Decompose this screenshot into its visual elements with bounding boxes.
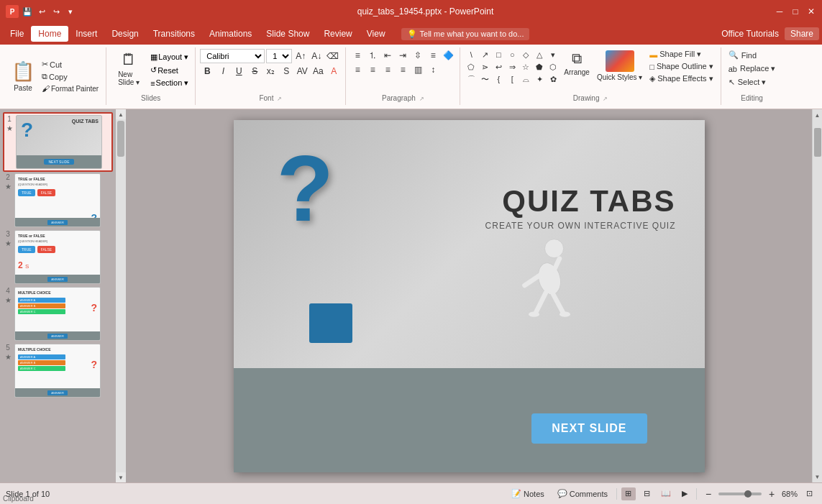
decrease-indent-button[interactable]: ⇤	[380, 49, 395, 62]
shape-rect[interactable]: □	[492, 49, 505, 60]
layout-button[interactable]: ▦ Layout ▾	[148, 52, 191, 63]
drawing-expand-icon[interactable]: ↗	[603, 96, 608, 102]
new-slide-button[interactable]: 🗒 NewSlide ▾	[111, 49, 147, 88]
shape-star[interactable]: ☆	[519, 61, 532, 73]
shape-hexagon[interactable]: ⬡	[547, 61, 560, 73]
justify-button[interactable]: ≡	[396, 63, 410, 76]
subscript-button[interactable]: x₂	[263, 65, 278, 78]
zoom-out-button[interactable]: −	[701, 487, 716, 500]
view-reading-button[interactable]: 📖	[659, 487, 673, 500]
copy-button[interactable]: ⧉ Copy	[39, 71, 101, 82]
font-color-button[interactable]: A	[326, 65, 341, 78]
columns-button[interactable]: ▥	[411, 63, 425, 76]
shape-pentagon[interactable]: ⬠	[465, 61, 478, 73]
italic-button[interactable]: I	[216, 65, 230, 78]
menu-design[interactable]: Design	[104, 26, 145, 42]
window-maximize-button[interactable]: □	[790, 6, 800, 17]
align-text-button[interactable]: ≡	[426, 49, 440, 62]
notes-button[interactable]: 📝 Notes	[507, 487, 549, 500]
zoom-slider[interactable]	[718, 492, 762, 495]
font-name-select[interactable]: Calibri	[200, 49, 265, 63]
paste-button[interactable]: 📋 Paste	[7, 49, 39, 104]
menu-slideshow[interactable]: Slide Show	[259, 26, 316, 42]
font-size-select[interactable]: 18	[266, 49, 292, 63]
shape-line[interactable]: \	[465, 49, 478, 60]
menu-file[interactable]: File	[3, 26, 31, 42]
select-button[interactable]: ↖ Select ▾	[726, 76, 779, 88]
align-center-button[interactable]: ≡	[365, 63, 380, 76]
menu-transitions[interactable]: Transitions	[146, 26, 202, 42]
window-close-button[interactable]: ✕	[806, 6, 816, 17]
shape-more[interactable]: ▾	[547, 49, 560, 60]
clear-format-button[interactable]: ⌫	[325, 50, 339, 63]
right-scrollbar-down[interactable]: ▼	[813, 471, 823, 482]
shape-fill-button[interactable]: ▬ Shape Fill ▾	[647, 49, 716, 60]
format-painter-button[interactable]: 🖌 Format Painter	[39, 83, 101, 93]
char-spacing-button[interactable]: AV	[295, 65, 309, 78]
shape-arrow[interactable]: ↗	[478, 49, 491, 60]
align-right-button[interactable]: ≡	[380, 63, 395, 76]
align-left-button[interactable]: ≡	[350, 63, 365, 76]
shape-circle[interactable]: ○	[506, 49, 519, 60]
line-spacing-button[interactable]: ↕	[426, 63, 440, 76]
view-slideshow-button[interactable]: ▶	[677, 487, 692, 500]
shape-pentagon2[interactable]: ⬟	[533, 61, 546, 73]
slide-thumb-5[interactable]: 5 ★ MULTIPLE CHOICE ANSWER A ANSWER B AN…	[3, 342, 113, 399]
undo-qat-button[interactable]: ↩	[36, 6, 47, 17]
comments-button[interactable]: 💬 Comments	[553, 487, 612, 500]
shape-brace-l[interactable]: {	[492, 73, 505, 85]
text-direction-button[interactable]: ⇳	[411, 49, 425, 62]
slide-thumb-4[interactable]: 4 ★ MULTIPLE CHOICE ANSWER A ANSWER B AN…	[3, 285, 113, 342]
panel-scroll-down[interactable]: ▼	[116, 472, 126, 482]
fit-window-button[interactable]: ⊡	[802, 487, 816, 500]
shape-bracket[interactable]: [	[506, 73, 519, 85]
save-qat-button[interactable]: 💾	[22, 6, 33, 17]
zoom-in-button[interactable]: +	[764, 487, 779, 500]
shape-chevron[interactable]: ⋗	[478, 61, 491, 73]
menu-home[interactable]: Home	[31, 26, 68, 42]
cut-button[interactable]: ✂ Cut	[39, 59, 101, 70]
redo-qat-button[interactable]: ↪	[50, 6, 62, 17]
smartart-button[interactable]: 🔷	[441, 49, 455, 62]
shape-curve-arrow[interactable]: ↩	[492, 61, 505, 73]
quick-styles-button[interactable]: Quick Styles ▾	[594, 49, 645, 83]
view-normal-button[interactable]: ⊞	[621, 487, 636, 500]
shape-outline-button[interactable]: □ Shape Outline ▾	[647, 61, 716, 72]
customize-qat-button[interactable]: ▾	[65, 6, 76, 17]
replace-button[interactable]: ab Replace ▾	[726, 63, 779, 75]
menu-view[interactable]: View	[360, 26, 393, 42]
panel-scroll-up[interactable]: ▲	[116, 109, 126, 119]
view-sorter-button[interactable]: ⊟	[640, 487, 654, 500]
menu-insert[interactable]: Insert	[68, 26, 104, 42]
font-decrease-button[interactable]: A↓	[309, 50, 324, 63]
underline-button[interactable]: U	[232, 65, 246, 78]
reset-button[interactable]: ↺ Reset	[148, 65, 191, 75]
window-minimize-button[interactable]: ─	[775, 6, 785, 17]
share-button[interactable]: Share	[785, 27, 819, 40]
slide-thumb-2[interactable]: 2 ★ TRUE or FALSE (QUESTION HEADER) TRUE…	[3, 172, 113, 229]
tell-me-bar[interactable]: 💡 Tell me what you want to do...	[401, 28, 530, 40]
shape-block-arrow[interactable]: ⇒	[506, 61, 519, 73]
numbering-button[interactable]: ⒈	[365, 49, 380, 62]
zoom-level[interactable]: 68%	[782, 490, 798, 498]
menu-animations[interactable]: Animations	[202, 26, 259, 42]
shape-triangle[interactable]: △	[533, 49, 546, 60]
font-expand-icon[interactable]: ↗	[277, 96, 282, 102]
bullets-button[interactable]: ≡	[350, 49, 365, 62]
shape-custom1[interactable]: ⌓	[519, 73, 532, 85]
shape-custom3[interactable]: ✿	[547, 73, 560, 85]
slide-thumb-3[interactable]: 3 ★ TRUE or FALSE (QUESTION HEADER) TRUE…	[3, 229, 113, 285]
para-expand-icon[interactable]: ↗	[419, 96, 424, 102]
shape-custom2[interactable]: ✦	[533, 73, 546, 85]
font-increase-button[interactable]: A↑	[293, 50, 308, 63]
right-scrollbar-up[interactable]: ▲	[813, 109, 823, 121]
menu-review[interactable]: Review	[316, 26, 359, 42]
bold-button[interactable]: B	[200, 65, 214, 78]
shape-bend[interactable]: ⌒	[465, 73, 478, 85]
text-shadow-button[interactable]: S	[279, 65, 293, 78]
next-slide-button[interactable]: NEXT SLIDE	[531, 413, 647, 444]
find-button[interactable]: 🔍 Find	[726, 49, 779, 61]
office-tutorials-link[interactable]: Office Tutorials	[721, 29, 779, 39]
arrange-button[interactable]: ⧉ Arrange	[561, 49, 593, 78]
shape-wave[interactable]: 〜	[478, 73, 491, 85]
